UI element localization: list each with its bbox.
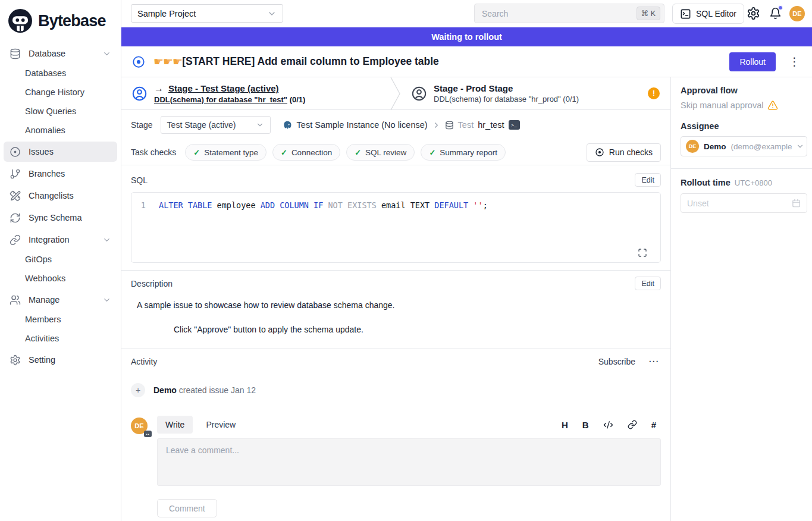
description-edit-button[interactable]: Edit [635, 277, 661, 290]
rollout-button[interactable]: Rollout [729, 52, 776, 71]
check-summary-report[interactable]: ✓Summary report [421, 144, 506, 161]
more-menu-icon[interactable]: ⋯ [648, 355, 659, 368]
subscribe-button[interactable]: Subscribe [598, 357, 635, 366]
warning-triangle-icon [767, 100, 778, 111]
check-connection[interactable]: ✓Connection [272, 144, 340, 161]
sql-edit-button[interactable]: Edit [635, 173, 661, 187]
bytebase-logo[interactable]: Bytebase [0, 5, 121, 40]
stage-label: Stage [131, 120, 153, 130]
activity-user[interactable]: Demo [153, 385, 177, 395]
assignee-select[interactable]: DE Demo (demo@example [681, 136, 807, 156]
run-checks-button[interactable]: Run checks [587, 143, 661, 162]
stage-card-test[interactable]: →Stage - Test Stage (active) DDL(schema)… [121, 77, 390, 109]
stage-task-count: (0/1) [290, 95, 306, 104]
sidebar-item-sync-schema[interactable]: Sync Schema [4, 208, 117, 228]
settings-gear-icon[interactable] [747, 7, 760, 20]
sidebar-item-gitops[interactable]: GitOps [4, 250, 117, 269]
notification-dot [778, 5, 783, 10]
sql-section: SQL Edit 1ALTER TABLE employee ADD COLUM… [121, 165, 670, 270]
sql-editor-button[interactable]: SQL Editor [672, 4, 744, 24]
sidebar-item-manage[interactable]: Manage [4, 290, 117, 310]
sidebar-item-slow-queries[interactable]: Slow Queries [4, 102, 117, 121]
gear-icon [10, 354, 21, 366]
activity-entry: + Demo created issue Jan 12 [131, 383, 661, 397]
link-icon [10, 234, 21, 246]
search-input[interactable] [482, 9, 637, 18]
issue-side-panel: Approval flow Skip manual approval Assig… [670, 77, 812, 521]
comment-input[interactable] [157, 438, 661, 486]
activity-section: Activity Subscribe ⋯ + Demo created issu… [121, 349, 670, 521]
sidebar-item-issues[interactable]: Issues [4, 142, 117, 162]
hash-icon[interactable]: # [651, 420, 656, 430]
plus-icon: + [131, 383, 145, 397]
issue-title-text: [START HERE] Add email column to Employe… [182, 55, 439, 68]
sidebar-item-setting[interactable]: Setting [4, 350, 117, 370]
chevron-down-icon [256, 121, 264, 129]
stage-card-prod[interactable]: Stage - Prod Stage DDL(schema) for datab… [401, 77, 670, 109]
comment-bubble-badge: •• [144, 431, 152, 437]
pencil-ruler-icon [10, 190, 21, 202]
description-section: Description Edit A sample issue to showc… [121, 270, 670, 349]
bold-icon[interactable]: B [582, 420, 589, 430]
notification-bell-icon[interactable] [769, 7, 782, 21]
issue-status-icon [132, 55, 145, 68]
stage-task: DDL(schema) for database "hr_prod" (0/1) [434, 95, 579, 103]
brand-name: Bytebase [38, 12, 106, 30]
status-banner: Waiting to rollout [121, 27, 812, 46]
format-toolbar: H B # [562, 420, 661, 430]
chevron-down-icon [102, 49, 111, 58]
sidebar-item-webhooks[interactable]: Webhooks [4, 269, 117, 288]
stage-select[interactable]: Test Stage (active) [161, 116, 271, 134]
sidebar-item-integration[interactable]: Integration [4, 230, 117, 250]
check-sql-review[interactable]: ✓SQL review [346, 144, 415, 161]
comment-composer: DE •• Write Preview H B [131, 416, 661, 521]
expand-editor-icon[interactable] [638, 248, 647, 258]
git-branch-icon [10, 168, 21, 180]
activity-action: created issue [179, 385, 228, 395]
sidebar-item-members[interactable]: Members [4, 310, 117, 329]
user-circle-icon [411, 86, 427, 102]
check-icon: ✓ [193, 148, 200, 157]
chevron-down-icon [267, 9, 277, 18]
commenter-avatar: DE •• [131, 418, 148, 434]
open-sql-editor-icon[interactable]: >_ [509, 120, 520, 130]
sidebar-item-databases[interactable]: Databases [4, 64, 117, 83]
top-bar: Sample Project ⌘ K SQL Editor DE [121, 0, 812, 27]
check-icon: ✓ [281, 148, 287, 157]
calendar-icon [792, 199, 801, 208]
description-line: Click "Approve" button to apply the sche… [174, 325, 661, 334]
sidebar-item-anomalies[interactable]: Anomalies [4, 121, 117, 140]
chevron-down-icon [102, 236, 111, 244]
users-icon [10, 294, 21, 306]
sidebar-item-activities[interactable]: Activities [4, 329, 117, 348]
check-statement-type[interactable]: ✓Statement type [185, 144, 267, 161]
sidebar-item-changelists[interactable]: Changelists [4, 186, 117, 206]
sql-editor[interactable]: 1ALTER TABLE employee ADD COLUMN IF NOT … [131, 192, 661, 263]
pointing-finger-icon: ☛ [173, 55, 183, 68]
activity-title: Activity [131, 357, 157, 366]
sidebar-item-database[interactable]: Database [4, 43, 117, 64]
main-area: Sample Project ⌘ K SQL Editor DE Waiting [121, 0, 812, 521]
tab-preview[interactable]: Preview [197, 416, 244, 434]
target-icon [595, 147, 604, 157]
link-icon[interactable] [628, 420, 637, 429]
issue-header: ☛ ☛ ☛ [START HERE] Add email column to E… [121, 46, 812, 77]
instance-name[interactable]: Test Sample Instance (No license) [297, 120, 428, 130]
project-select[interactable]: Sample Project [131, 4, 283, 23]
tab-write[interactable]: Write [157, 416, 193, 434]
skip-approval-text: Skip manual approval [681, 101, 763, 110]
rollout-time-input[interactable]: Unset [681, 193, 807, 213]
kebab-menu-icon[interactable]: ⋮ [789, 56, 800, 67]
user-avatar[interactable]: DE [789, 6, 805, 21]
sidebar-item-change-history[interactable]: Change History [4, 83, 117, 102]
code-icon[interactable] [603, 420, 613, 430]
stage-separator [390, 77, 401, 110]
database-breadcrumb: Test Sample Instance (No license) Test h… [282, 120, 520, 130]
sidebar-item-branches[interactable]: Branches [4, 164, 117, 184]
database-icon [10, 48, 21, 59]
arrow-right-icon: → [154, 83, 164, 94]
database-name[interactable]: hr_test [478, 120, 504, 130]
heading-icon[interactable]: H [562, 420, 568, 430]
chevron-down-icon [796, 142, 804, 150]
comment-submit-button[interactable]: Comment [157, 499, 217, 517]
